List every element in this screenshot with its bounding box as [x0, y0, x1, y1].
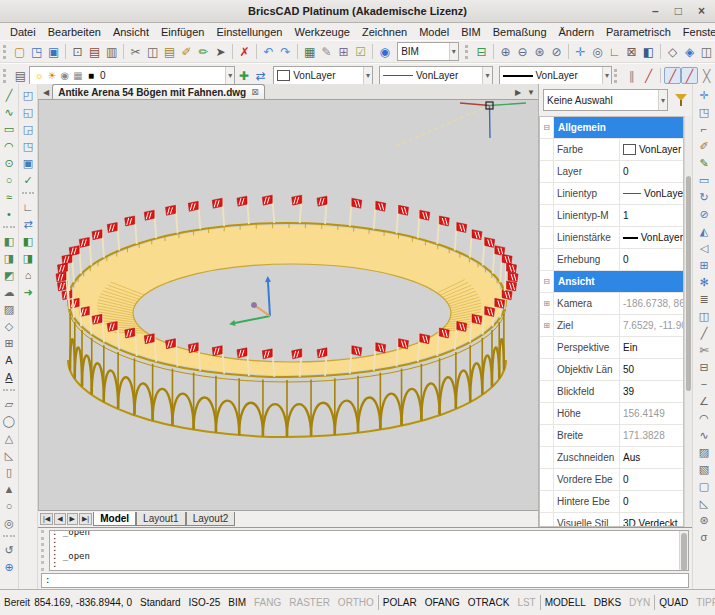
print-preview-icon[interactable]: ⊡ [69, 43, 86, 60]
property-value[interactable]: 0 [620, 469, 683, 490]
status-quad[interactable]: QUAD [654, 595, 692, 610]
section-header-label[interactable]: Ansicht [554, 271, 683, 292]
orbit-3d-icon[interactable]: ⊕ [1, 559, 17, 575]
ifc-export-icon[interactable]: ➜ [20, 284, 36, 300]
new-file-icon[interactable]: ▢ [11, 43, 28, 60]
draw-point-icon[interactable]: • [1, 206, 17, 222]
menu-zeichnen[interactable]: Zeichnen [356, 25, 413, 39]
draw-line-icon[interactable]: ╱ [1, 87, 17, 103]
property-value[interactable]: Ein [620, 337, 683, 358]
publish-icon[interactable]: ▥ [103, 43, 120, 60]
paste-to-coords-icon[interactable]: ◳ [20, 138, 36, 154]
property-value[interactable]: VonLayer [620, 139, 683, 160]
region-icon[interactable]: ◺ [696, 495, 712, 511]
explode-icon[interactable]: ⊛ [696, 512, 712, 528]
draw-rectangle-icon[interactable]: ▭ [1, 121, 17, 137]
save-file-icon[interactable]: ▣ [45, 43, 62, 60]
chevron-down-icon[interactable]: ▾ [363, 67, 372, 84]
status-ortho[interactable]: ORTHO [334, 595, 378, 610]
property-value[interactable]: VonLaye [620, 183, 683, 204]
property-value[interactable]: 156.4149 [620, 403, 683, 424]
hatch-icon[interactable]: ▨ [1, 301, 17, 317]
toolbar-grip[interactable] [3, 45, 7, 59]
menu-werkzeuge[interactable]: Werkzeuge [288, 25, 355, 39]
look-around-icon[interactable]: ◎ [589, 43, 606, 60]
mute-icon[interactable]: ◁ [696, 240, 712, 256]
command-history[interactable]: : _open::: _open: [49, 530, 689, 571]
solid-torus-icon[interactable]: ◎ [1, 515, 17, 531]
zoom-previous-icon[interactable]: ⊘ [548, 43, 565, 60]
chevron-down-icon[interactable]: ▾ [225, 67, 234, 84]
toolbar-grip[interactable] [614, 69, 619, 83]
ucs-icon[interactable]: ∟ [606, 43, 623, 60]
menu-ndern[interactable]: Ändern [553, 25, 600, 39]
expand-toggle-icon[interactable]: ⊞ [540, 315, 554, 336]
snap-none-icon[interactable]: ╳ [698, 67, 715, 84]
paste-icon[interactable]: ▤ [161, 43, 178, 60]
lengthen-icon[interactable]: − [696, 376, 712, 392]
xref-attach-icon[interactable]: ⊞ [335, 43, 352, 60]
print-icon[interactable]: ▤ [86, 43, 103, 60]
selection-combo[interactable]: Keine Auswahl ▾ [543, 89, 668, 111]
dynamic-ucs-icon[interactable]: ⇄ [20, 216, 36, 232]
open-file-icon[interactable]: ◳ [28, 43, 45, 60]
solid-pyramid-icon[interactable]: △ [1, 430, 17, 446]
status-fang[interactable]: FANG [250, 595, 285, 610]
property-value[interactable]: VonLayer [620, 227, 683, 248]
viewport-config-icon[interactable]: ◫ [696, 308, 712, 324]
status-dyn[interactable]: DYN [625, 595, 654, 610]
paste-special-icon[interactable]: ◰ [20, 87, 36, 103]
solid-cylinder-icon[interactable]: ▯ [1, 464, 17, 480]
breakline-icon[interactable]: ╱ [696, 325, 712, 341]
toolbar-grip[interactable] [465, 45, 469, 59]
status-dbks[interactable]: DBKS [590, 595, 625, 610]
layout-tab-layout2[interactable]: Layout2 [186, 512, 236, 526]
sweep-brush-icon[interactable]: ✐ [696, 138, 712, 154]
rotate-3d-icon[interactable]: ⊘ [696, 206, 712, 222]
minimize-button[interactable]: – [652, 4, 659, 18]
mirror-icon[interactable]: ◭ [696, 223, 712, 239]
layer-state-new-icon[interactable]: ✚ [235, 67, 252, 84]
menu-bema-ung[interactable]: Bemaßung [487, 25, 553, 39]
render-home-icon[interactable]: ⌂ [20, 267, 36, 283]
toolbar-grip[interactable] [3, 69, 8, 83]
ucs-world-icon[interactable]: ∟ [20, 199, 36, 215]
render-settings-icon[interactable]: ⊟ [473, 43, 490, 60]
copy-entities-icon[interactable]: ◳ [696, 104, 712, 120]
property-value[interactable]: -186.6738, 86.5 [620, 293, 683, 314]
tab-scroll-right-icon[interactable]: ▶ [512, 88, 524, 99]
status-modell[interactable]: MODELL [540, 595, 590, 610]
help-icon[interactable]: ◉ [376, 43, 393, 60]
menu-model[interactable]: Model [413, 25, 455, 39]
layouts-icon[interactable]: ≣ [696, 291, 712, 307]
color-combo[interactable]: VonLayer ▾ [273, 66, 373, 85]
layer-previous-icon[interactable]: ⇄ [252, 67, 269, 84]
property-value[interactable]: 0 [620, 249, 683, 270]
settings-gear-icon[interactable]: ✻ [696, 274, 712, 290]
pan-icon[interactable]: ✛ [572, 43, 589, 60]
match-properties-icon[interactable]: ✏ [195, 43, 212, 60]
gradient-icon[interactable]: ▧ [696, 461, 712, 477]
solid-box-icon[interactable]: ▱ [1, 396, 17, 412]
region-intersect-icon[interactable]: ◩ [1, 267, 17, 283]
lineweight-combo[interactable]: VonLayer ▾ [379, 66, 493, 85]
expand-toggle-icon[interactable]: ⊟ [540, 271, 554, 292]
maximize-button[interactable]: □ [675, 4, 682, 18]
property-value[interactable]: Aus [620, 447, 683, 468]
view-rotate-icon[interactable]: ◈ [681, 43, 698, 60]
command-input[interactable]: : [41, 573, 689, 588]
menu-parametrisch[interactable]: Parametrisch [600, 25, 677, 39]
status-tipps[interactable]: TIPPS [692, 595, 715, 610]
status-otrack[interactable]: OTRACK [464, 595, 514, 610]
menu-bim[interactable]: BIM [455, 25, 487, 39]
edit-attributes-icon[interactable]: ☑ [352, 43, 369, 60]
draw-spline-icon[interactable]: ≈ [1, 189, 17, 205]
property-value[interactable]: 50 [620, 359, 683, 380]
property-value[interactable]: 7.6529, -11.908 [620, 315, 683, 336]
box-3d-icon[interactable]: ◇ [664, 43, 681, 60]
chevron-down-icon[interactable]: ▾ [658, 90, 667, 110]
cut-icon[interactable]: ✂ [127, 43, 144, 60]
rotate-icon[interactable]: ↻ [696, 189, 712, 205]
layer-explorer-icon[interactable]: ▤ [12, 67, 29, 84]
tab-nav-next[interactable]: ▶ [67, 513, 78, 525]
